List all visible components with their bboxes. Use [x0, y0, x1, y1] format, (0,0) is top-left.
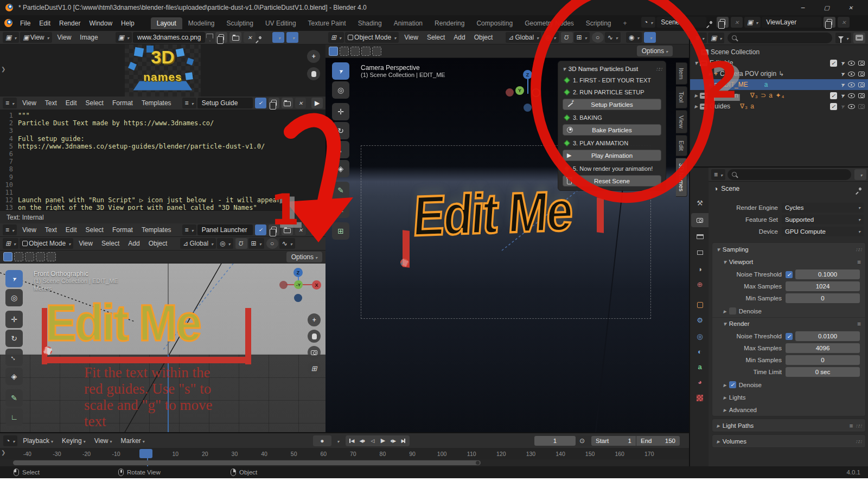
gizmo-minus-z-ball[interactable] — [524, 104, 532, 112]
unlink-image-button[interactable] — [244, 32, 256, 43]
fake-user-button[interactable] — [255, 98, 266, 108]
menu-item[interactable]: Object — [470, 33, 497, 42]
expand-icon[interactable] — [709, 81, 712, 88]
menu-item[interactable]: Object — [144, 239, 172, 248]
new-viewlayer-button[interactable] — [824, 17, 835, 28]
rotate-tool[interactable]: ↻ — [332, 122, 349, 139]
r-max-samples-field[interactable]: 4096 — [786, 343, 860, 353]
gizmo-y-ball[interactable]: -Y — [294, 280, 303, 289]
menu-item[interactable]: Add — [124, 239, 144, 248]
preset-list-icon[interactable] — [850, 422, 853, 429]
ortho-toggle-button[interactable] — [308, 362, 321, 375]
tab-constraints[interactable]: ◐ — [692, 344, 707, 358]
edit-me-text-object[interactable]: Edit Me — [411, 183, 573, 245]
open-text-button[interactable] — [282, 98, 293, 108]
scale-tool[interactable]: ↔ — [5, 349, 23, 366]
unlink-text-button[interactable] — [295, 224, 307, 235]
camera-visibility-icon[interactable] — [858, 61, 865, 66]
tab-modifiers[interactable]: ⚙ — [692, 313, 707, 327]
orientation-dropdown[interactable]: ⊿Global — [506, 32, 541, 43]
menu-item[interactable]: View — [18, 225, 41, 235]
workspace-tab[interactable]: Shading — [352, 17, 388, 29]
advanced-row[interactable]: Advanced — [712, 403, 865, 416]
volumes-panel[interactable]: Volumes — [712, 434, 866, 448]
text-editor-content[interactable]: 1 """ 2 Particle Dust Text made by https… — [0, 110, 326, 210]
menu-item[interactable]: Edit — [61, 225, 81, 235]
play-button[interactable]: ▶ — [378, 436, 388, 445]
snap-toggle-button[interactable] — [235, 238, 247, 249]
workspace-tab[interactable]: Scripting — [580, 17, 617, 29]
tab-output[interactable] — [692, 229, 707, 243]
navigation-gizmo[interactable]: Z Y — [505, 65, 548, 113]
text-browse-dropdown[interactable] — [182, 224, 196, 235]
tab-material[interactable]: ◕ — [692, 375, 707, 389]
checkbox-unchecked-icon[interactable] — [729, 307, 736, 314]
menu-item[interactable]: Edit — [35, 18, 55, 28]
light-paths-panel[interactable]: Light Paths — [712, 419, 866, 432]
measure-tool[interactable]: ∟ — [332, 201, 349, 218]
next-keyframe-button[interactable]: ♦▶ — [388, 436, 398, 445]
workspace-tab[interactable]: Compositing — [470, 17, 519, 29]
options-button[interactable]: Options — [286, 252, 322, 262]
select-mode-circle[interactable] — [350, 47, 360, 56]
shading-mode-button[interactable] — [644, 32, 656, 43]
transform-tool[interactable]: ◈ — [5, 368, 23, 385]
menu-item[interactable]: Select — [81, 98, 108, 108]
start-frame-field[interactable]: Start 1 — [591, 436, 636, 446]
add-cube-tool[interactable]: ⊞ — [332, 222, 349, 240]
select-mode-lasso[interactable] — [36, 252, 45, 261]
gizmo-y-ball[interactable]: Y — [515, 86, 524, 95]
pin-icon[interactable] — [709, 20, 713, 24]
editor-type-dropdown[interactable] — [3, 32, 19, 43]
cursor-tool[interactable]: ◎ — [5, 289, 23, 306]
gizmo-toggle-button[interactable] — [272, 32, 284, 43]
gizmo-z-ball[interactable]: Z — [523, 70, 532, 79]
gizmo-minus-y-ball[interactable] — [532, 88, 540, 97]
select-box-tool[interactable] — [5, 270, 23, 287]
camera-viewport-canvas[interactable]: Camera Perspective (1) Scene Collection … — [326, 58, 689, 432]
scene-browse-dropdown[interactable] — [641, 17, 655, 28]
tab-view-layer[interactable] — [692, 246, 707, 260]
lights-row[interactable]: Lights — [712, 391, 865, 403]
gizmo-minus-x-ball[interactable] — [506, 88, 514, 97]
annotate-tool[interactable]: ✎ — [332, 182, 349, 199]
keying-set-dropdown[interactable] — [334, 435, 341, 446]
expand-icon[interactable] — [694, 92, 698, 99]
expand-icon[interactable] — [694, 59, 698, 67]
camera-visibility-icon[interactable] — [858, 82, 865, 87]
vp-denoise-row[interactable]: Denoise — [712, 305, 865, 317]
eye-icon[interactable] — [848, 104, 855, 109]
run-script-button[interactable]: ▶ — [311, 98, 323, 108]
menu-item[interactable]: Render — [55, 18, 85, 28]
cursor-tool[interactable]: ◎ — [332, 81, 349, 99]
expand-icon[interactable] — [694, 102, 698, 110]
menu-item[interactable]: Playback — [18, 436, 58, 446]
menu-item[interactable]: Select — [423, 33, 449, 42]
expand-chevron[interactable]: ❯ — [1, 450, 5, 455]
preset-list-icon[interactable] — [857, 259, 861, 265]
remove-viewlayer-button[interactable] — [838, 17, 850, 28]
checkbox-checked-icon[interactable] — [729, 381, 736, 388]
pivot-dropdown[interactable]: ◎ — [542, 32, 559, 43]
setup-particles-button[interactable]: Setup Particles — [563, 99, 661, 110]
mode-dropdown[interactable]: Object Mode — [345, 32, 399, 43]
text-name-field[interactable]: Panel Launcher — [197, 224, 253, 235]
visibility-dropdown[interactable]: ◉ — [626, 32, 642, 43]
gizmo-minus-x-ball[interactable] — [279, 281, 288, 289]
editor-type-dropdown[interactable] — [3, 238, 18, 249]
r-min-samples-field[interactable]: 0 — [786, 355, 860, 365]
feature-set-select[interactable]: Supported — [782, 215, 864, 224]
select-mode-paint[interactable] — [372, 47, 381, 56]
overlay-toggle-button[interactable] — [286, 32, 298, 43]
select-mode-lasso[interactable] — [361, 47, 371, 56]
eye-icon[interactable] — [848, 61, 855, 66]
pivot-dropdown[interactable]: ◎ — [217, 238, 233, 249]
filter-dropdown[interactable] — [835, 33, 851, 43]
outliner-search-input[interactable] — [727, 33, 832, 43]
render-subpanel-header[interactable]: Render — [712, 317, 865, 330]
fake-user-button[interactable] — [255, 224, 266, 235]
outliner-mode-dropdown[interactable] — [708, 33, 724, 43]
camera-visibility-icon[interactable] — [858, 72, 865, 76]
menu-item[interactable]: Format — [108, 225, 137, 235]
eye-icon[interactable] — [848, 93, 855, 98]
